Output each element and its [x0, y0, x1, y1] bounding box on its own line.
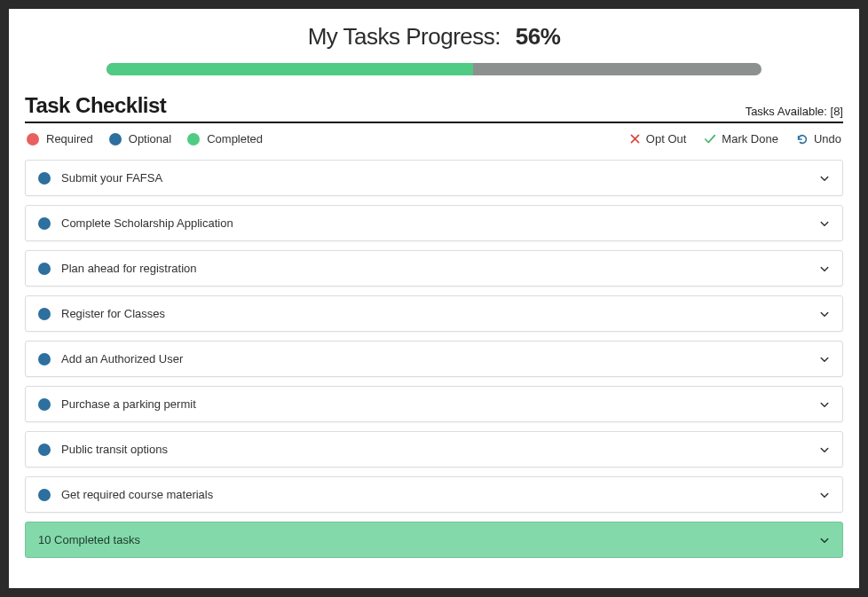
section-header: Task Checklist Tasks Available: [8]	[25, 93, 843, 123]
task-label: Purchase a parking permit	[61, 397, 819, 411]
mark-done-label: Mark Done	[722, 132, 778, 145]
task-row[interactable]: Submit your FAFSA	[25, 160, 843, 196]
task-row[interactable]: Purchase a parking permit	[25, 386, 843, 422]
chevron-down-icon	[819, 218, 830, 229]
mark-done-button[interactable]: Mark Done	[704, 132, 778, 145]
optional-dot-icon	[38, 353, 51, 365]
legend-actions: Opt Out Mark Done Undo	[612, 132, 841, 145]
page-title: My Tasks Progress: 56%	[25, 23, 843, 51]
undo-icon	[796, 133, 809, 145]
tasks-available-count: [8]	[831, 105, 843, 118]
chevron-down-icon	[819, 490, 830, 500]
legend-left: Required Optional Completed	[27, 132, 279, 145]
task-label: Add an Authorized User	[61, 352, 819, 365]
task-label: Public transit options	[61, 443, 819, 456]
required-dot-icon	[27, 133, 39, 145]
legend-row: Required Optional Completed Opt Out Mark…	[25, 123, 843, 158]
tasks-available: Tasks Available: [8]	[746, 105, 843, 118]
progress-label: My Tasks Progress:	[308, 23, 501, 50]
opt-out-button[interactable]: Opt Out	[629, 132, 687, 145]
task-label: Plan ahead for registration	[61, 262, 819, 275]
legend-required: Required	[27, 132, 93, 145]
chevron-down-icon	[819, 354, 830, 365]
tasks-available-label: Tasks Available:	[746, 105, 827, 118]
legend-completed-label: Completed	[207, 132, 263, 145]
undo-label: Undo	[814, 132, 841, 145]
task-row[interactable]: Public transit options	[25, 431, 843, 467]
check-icon	[704, 133, 716, 145]
progress-bar	[107, 63, 761, 75]
task-row[interactable]: Complete Scholarship Application	[25, 205, 843, 241]
progress-fill	[107, 63, 473, 75]
chevron-down-icon	[819, 263, 830, 274]
legend-optional: Optional	[109, 132, 171, 145]
optional-dot-icon	[38, 489, 51, 501]
optional-dot-icon	[38, 444, 51, 456]
progress-percent: 56%	[516, 23, 561, 50]
task-row[interactable]: Add an Authorized User	[25, 341, 843, 377]
completed-dot-icon	[187, 133, 200, 145]
completed-tasks-bar[interactable]: 10 Completed tasks	[25, 522, 843, 558]
optional-dot-icon	[38, 263, 51, 275]
legend-completed: Completed	[187, 132, 263, 145]
task-list: Submit your FAFSAComplete Scholarship Ap…	[25, 160, 843, 513]
optional-dot-icon	[38, 172, 51, 185]
x-icon	[629, 133, 641, 145]
completed-tasks-label: 10 Completed tasks	[38, 533, 819, 546]
chevron-down-icon	[819, 444, 830, 455]
chevron-down-icon	[819, 309, 830, 319]
task-label: Get required course materials	[61, 488, 819, 501]
undo-button[interactable]: Undo	[796, 132, 841, 145]
legend-required-label: Required	[46, 132, 93, 145]
section-title: Task Checklist	[25, 93, 166, 118]
task-row[interactable]: Register for Classes	[25, 295, 843, 332]
chevron-down-icon	[819, 173, 830, 184]
task-label: Complete Scholarship Application	[61, 216, 819, 230]
optional-dot-icon	[38, 308, 51, 320]
chevron-down-icon	[819, 535, 830, 546]
opt-out-label: Opt Out	[646, 132, 687, 145]
chevron-down-icon	[819, 399, 830, 410]
optional-dot-icon	[38, 398, 51, 411]
optional-dot-icon	[109, 133, 122, 145]
task-label: Submit your FAFSA	[61, 171, 819, 185]
task-label: Register for Classes	[61, 307, 819, 320]
app-window: My Tasks Progress: 56% Task Checklist Ta…	[9, 9, 859, 588]
task-row[interactable]: Plan ahead for registration	[25, 250, 843, 287]
legend-optional-label: Optional	[129, 132, 171, 145]
optional-dot-icon	[38, 217, 51, 230]
task-row[interactable]: Get required course materials	[25, 476, 843, 513]
